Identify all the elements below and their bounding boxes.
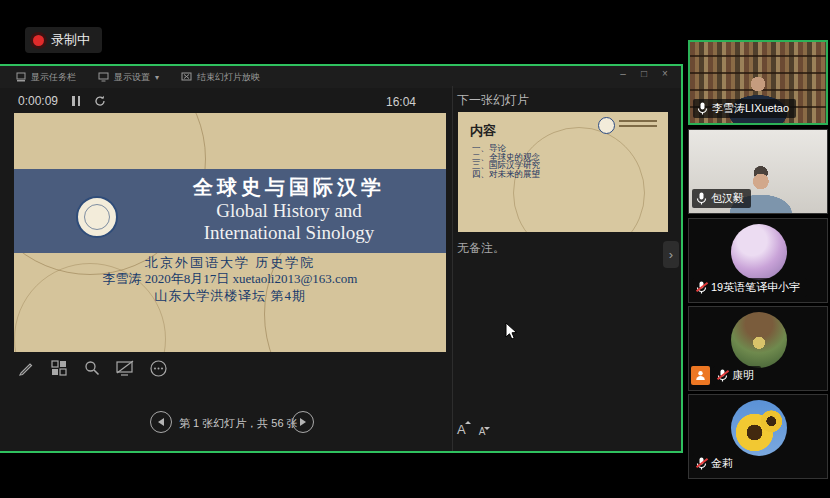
meeting-window: 录制中 显示任务栏 显示设置 ▾ 结束幻灯片放映 – □ × [0, 0, 830, 498]
annotation-tools [16, 358, 168, 378]
mic-on-icon [696, 192, 707, 205]
notes-text: 无备注。 [457, 240, 505, 257]
mouse-cursor [505, 322, 518, 341]
pause-timer-icon[interactable] [72, 96, 80, 106]
slide-title-band: 全球史与国际汉学 Global History and Internationa… [14, 169, 446, 253]
display-settings-label: 显示设置 [114, 71, 150, 84]
next-slide-title: 内容 [470, 122, 496, 140]
participant-name: 李雪涛LIXuetao [712, 101, 789, 116]
elapsed-time: 0:00:09 [18, 94, 58, 108]
black-screen-icon [115, 359, 135, 377]
participant-tile[interactable]: 李雪涛LIXuetao [688, 40, 828, 125]
notes-font-controls: A A [457, 422, 485, 437]
see-all-slides-button[interactable] [49, 358, 69, 378]
previous-slide-button[interactable] [150, 411, 172, 433]
participant-name-tag: 李雪涛LIXuetao [693, 99, 796, 118]
arrow-right-icon [300, 418, 306, 426]
more-options-icon [149, 359, 168, 378]
slide-title-en1: Global History and [132, 200, 446, 222]
participant-tile[interactable]: 包汉毅 [688, 129, 828, 214]
minimize-icon[interactable]: – [617, 68, 629, 79]
black-screen-button[interactable] [115, 358, 135, 378]
end-slideshow-label: 结束幻灯片放映 [197, 71, 260, 84]
maximize-icon[interactable]: □ [638, 68, 650, 79]
close-icon[interactable]: × [659, 68, 671, 79]
slide-title-en2: International Sinology [132, 222, 446, 244]
slide-title-cn: 全球史与国际汉学 [132, 174, 446, 200]
participant-tile[interactable]: 金莉 [688, 394, 828, 479]
next-slide-header: 下一张幻灯片 [457, 92, 529, 109]
display-settings-icon [98, 72, 109, 82]
zoom-slide-button[interactable] [82, 358, 102, 378]
university-logo [76, 196, 118, 238]
magnifier-icon [83, 359, 101, 377]
recording-badge: 录制中 [25, 27, 102, 53]
arrow-left-icon [158, 418, 164, 426]
mic-on-icon [697, 102, 708, 115]
pen-icon [17, 359, 35, 377]
participant-name: 金莉 [711, 456, 733, 471]
end-slideshow-icon [181, 72, 192, 82]
participant-name-tag: 康明 [713, 366, 761, 385]
more-options-button[interactable] [148, 358, 168, 378]
presenter-toolbar: 显示任务栏 显示设置 ▾ 结束幻灯片放映 – □ × [0, 66, 681, 88]
participant-name-tag: 19英语笔译申小宇 [692, 278, 807, 297]
person-icon [695, 370, 706, 381]
show-taskbar-button[interactable]: 显示任务栏 [16, 71, 76, 84]
mic-muted-icon [717, 369, 728, 382]
record-dot-icon [33, 35, 44, 46]
clock-time: 16:04 [386, 95, 416, 109]
chevron-down-icon: ▾ [155, 73, 159, 82]
end-slideshow-button[interactable]: 结束幻灯片放映 [181, 71, 260, 84]
participant-tile[interactable]: 19英语笔译申小宇 [688, 218, 828, 303]
next-slide-item: 四、对未来的展望 [472, 170, 540, 179]
map-decor [513, 127, 645, 232]
university-logo [598, 117, 615, 134]
recording-label: 录制中 [51, 31, 90, 49]
mic-muted-icon [696, 457, 707, 470]
avatar [731, 400, 787, 456]
caret-down-icon [484, 427, 490, 430]
participants-sidebar: 李雪涛LIXuetao 包汉毅 19英语笔译申小宇 [688, 0, 828, 498]
slide-sorter-icon [50, 359, 68, 377]
taskbar-icon [16, 72, 26, 82]
font-decrease-button[interactable]: A [479, 426, 486, 437]
caret-up-icon [465, 421, 471, 424]
slide-position-label: 第 1 张幻灯片，共 56 张 [179, 416, 298, 431]
next-slide-thumbnail[interactable]: 内容 一、导论 二、全球史的观念 三、国际汉学研究 四、对未来的展望 [458, 112, 668, 232]
display-settings-button[interactable]: 显示设置 ▾ [98, 71, 159, 84]
show-taskbar-label: 显示任务栏 [31, 71, 76, 84]
avatar [731, 224, 787, 280]
slide-author-line: 李雪涛 2020年8月17日 xuetaoli2013@163.com [14, 271, 446, 287]
mic-muted-icon [696, 281, 707, 294]
avatar [731, 312, 787, 368]
slide-event-line: 山东大学洪楼译坛 第4期 [14, 287, 446, 304]
restart-timer-icon[interactable] [94, 95, 106, 107]
participant-name-tag: 包汉毅 [692, 189, 751, 208]
panel-divider [452, 86, 453, 452]
current-slide[interactable]: 全球史与国际汉学 Global History and Internationa… [14, 113, 446, 352]
host-badge [691, 366, 710, 385]
participant-tile[interactable]: 康明 [688, 306, 828, 391]
participant-name-tag: 金莉 [692, 454, 740, 473]
logo-text-lines [619, 120, 657, 130]
window-controls: – □ × [617, 68, 671, 79]
timer-row: 0:00:09 [18, 94, 106, 108]
participant-name: 包汉毅 [711, 191, 744, 206]
participant-name: 康明 [732, 368, 754, 383]
shared-screen-region: 显示任务栏 显示设置 ▾ 结束幻灯片放映 – □ × 0:00:09 [0, 64, 683, 453]
next-slide-button[interactable] [292, 411, 314, 433]
pen-tool-button[interactable] [16, 358, 36, 378]
slide-affiliation: 北京外国语大学 历史学院 [14, 255, 446, 271]
font-increase-button[interactable]: A [457, 422, 466, 437]
expand-panel-button[interactable]: › [663, 241, 679, 268]
participant-name: 19英语笔译申小宇 [711, 280, 800, 295]
